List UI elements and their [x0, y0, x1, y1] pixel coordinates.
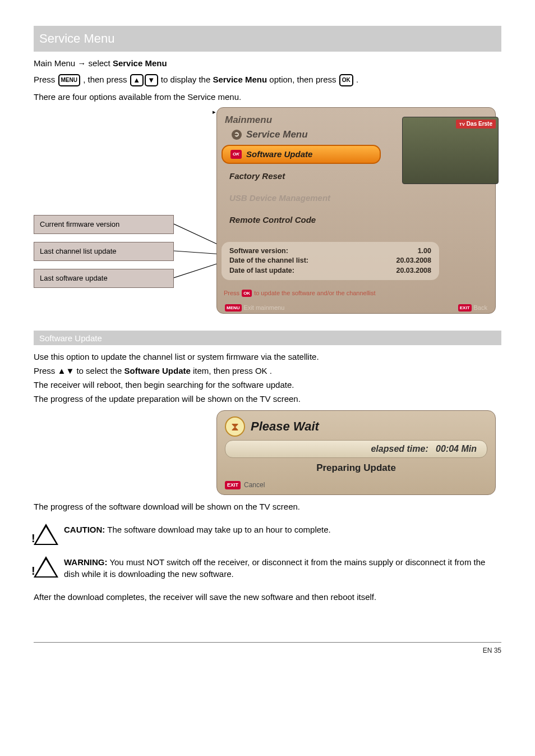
pointer-icon: ▸ — [213, 108, 216, 116]
picture-in-picture: TV Das Erste — [402, 117, 499, 184]
ok-key-icon: OK — [339, 74, 353, 86]
label-last-update-date: Last software update — [34, 269, 174, 288]
pip-channel-badge: TV Das Erste — [456, 120, 496, 129]
sw-para-1: Use this option to update the channel li… — [34, 351, 501, 363]
menu-key-icon: MENU — [58, 74, 80, 86]
ok-chip-hint-icon: OK — [242, 290, 252, 297]
after-download-para: After the download completes, the receiv… — [34, 591, 501, 603]
exit-chip-icon-2[interactable]: EXIT — [225, 481, 241, 489]
subsection-heading-bar: Software Update — [34, 331, 501, 345]
instruction-line-1: Press MENU , then press ▲▼ to display th… — [34, 74, 501, 86]
please-wait-title: Please Wait — [251, 418, 319, 436]
label-channel-list-date: Last channel list update — [34, 242, 174, 261]
instruction-note: There are four options available from th… — [34, 91, 501, 103]
svg-line-0 — [174, 224, 222, 246]
exit-chip-icon: EXIT — [458, 304, 472, 311]
software-update-body: Use this option to update the channel li… — [34, 351, 501, 405]
up-key-icon: ▲ — [130, 74, 144, 86]
menu-item-factory-reset[interactable]: Factory Reset — [222, 167, 381, 186]
menu-item-usb-device-management: USB Device Management — [222, 189, 381, 208]
ok-chip-icon: OK — [230, 150, 242, 159]
elapsed-time-bar: elapsed time: 00:04 Min — [225, 440, 487, 458]
screenshot-footer: MENU Exit mainmenu EXIT Back — [222, 304, 491, 312]
footer-page-number: EN 35 — [483, 646, 501, 656]
up-key-icon-2: ▲ — [58, 366, 66, 375]
info-channel-list-label: Date of the channel list: — [229, 256, 308, 266]
sw-para-3: The receiver will reboot, then begin sea… — [34, 379, 501, 391]
hourglass-icon: ⧗ — [225, 416, 245, 437]
svg-line-1 — [174, 251, 222, 254]
caution-bold: CAUTION: — [64, 525, 105, 534]
please-wait-screenshot: ⧗ Please Wait elapsed time: 00:04 Min Pr… — [216, 410, 496, 495]
elapsed-value: 00:04 Min — [436, 444, 477, 453]
service-menu-screenshot: Mainmenu ➲ Service Menu TV Das Erste OK … — [216, 107, 496, 314]
section-heading-bar: Service Menu — [34, 26, 501, 52]
info-channel-list-value: 20.03.2008 — [396, 256, 431, 266]
warning-text: WARNING: You must NOT switch off the rec… — [64, 556, 501, 580]
svg-line-2 — [174, 262, 222, 278]
info-last-update-value: 20.03.2008 — [396, 266, 431, 276]
menu-item-software-update[interactable]: OK Software Update — [222, 145, 381, 164]
update-status: Preparing Update — [225, 461, 487, 475]
info-last-update-label: Date of last update: — [229, 266, 294, 276]
submenu-arrow-icon: ➲ — [232, 130, 242, 140]
menu-item-remote-control-code[interactable]: Remote Control Code — [222, 210, 381, 230]
down-key-icon: ▼ — [145, 74, 158, 86]
elapsed-label: elapsed time: — [371, 444, 428, 453]
subsection-heading: Software Update — [39, 332, 102, 344]
footer-back[interactable]: EXIT Back — [458, 304, 487, 312]
service-menu-bold: Service Menu — [213, 75, 267, 84]
sw-para-5: The progress of the software download wi… — [34, 501, 501, 512]
down-key-icon-2: ▼ — [66, 366, 74, 375]
please-wait-footer: EXIT Cancel — [225, 480, 487, 490]
footer-exit-mainmenu[interactable]: MENU Exit mainmenu — [225, 304, 284, 312]
warning-triangle-icon — [34, 524, 58, 545]
sw-para-2: Press ▲▼ to select the Software Update i… — [34, 365, 501, 377]
screenshot-row: Current firmware version Last channel li… — [34, 107, 501, 320]
service-info-panel: ▸ Software version: 1.00 Date of the cha… — [222, 242, 439, 281]
breadcrumb-line: Main Menu → select Service Menu — [34, 57, 501, 69]
mainmenu-subtitle: Service Menu — [246, 128, 308, 141]
label-firmware-version: Current firmware version — [34, 215, 174, 234]
breadcrumb-target: Service Menu — [113, 58, 167, 68]
info-sw-version-label: Software version: — [229, 246, 288, 256]
hint-line: Press OK to update the software and/or t… — [222, 289, 491, 297]
software-update-bold: Software Update — [124, 366, 190, 375]
cancel-label[interactable]: Cancel — [244, 480, 265, 490]
caution-row: ! CAUTION: The software download may tak… — [34, 524, 501, 545]
warning-row: ! WARNING: You must NOT switch off the r… — [34, 556, 501, 580]
menu-chip-icon: MENU — [225, 304, 242, 311]
sw-para-4: The progress of the update preparation w… — [34, 393, 501, 405]
page-footer: EN 35 — [34, 642, 501, 656]
ok-key-icon-2: OK — [255, 366, 268, 375]
info-sw-version-value: 1.00 — [418, 246, 431, 256]
warning-bold: WARNING: — [64, 557, 108, 567]
caution-text: CAUTION: The software download may take … — [64, 524, 331, 535]
warning-triangle-icon-2 — [34, 556, 58, 578]
section-heading: Service Menu — [39, 30, 115, 48]
